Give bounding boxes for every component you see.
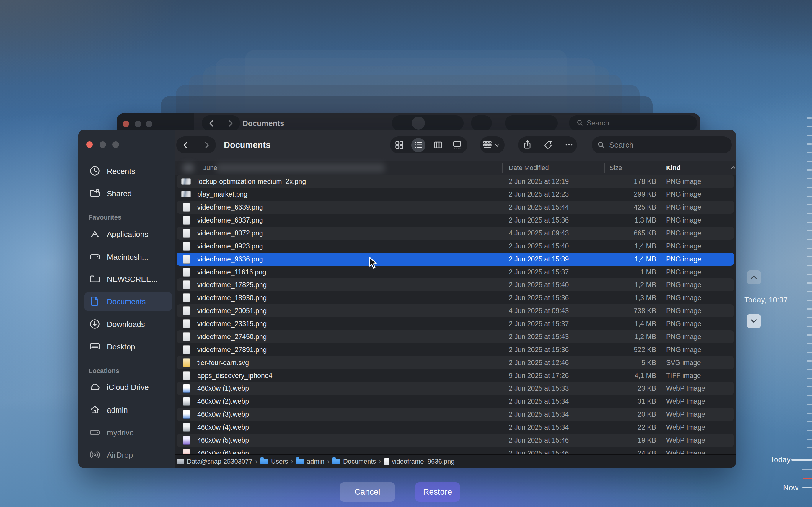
sidebar-item-mydrive[interactable]: mydrive bbox=[78, 423, 175, 442]
timeline-tick[interactable] bbox=[807, 117, 812, 119]
sidebar-item-documents[interactable]: Documents bbox=[78, 292, 175, 311]
file-row[interactable]: videoframe_8072.png4 Jun 2025 at 09:4366… bbox=[176, 227, 734, 240]
sidebar-item-newscree-[interactable]: NEWSCREE... bbox=[78, 270, 175, 289]
tag-icon[interactable] bbox=[544, 140, 554, 150]
more-icon[interactable] bbox=[564, 140, 574, 150]
file-row[interactable]: lockup-optimization-medium_2x.png2 Jun 2… bbox=[176, 175, 734, 188]
sort-asc-icon[interactable] bbox=[730, 161, 736, 175]
timeline-tick[interactable] bbox=[807, 352, 812, 353]
forward-icon[interactable] bbox=[202, 140, 212, 150]
file-row[interactable]: videoframe_18930.png2 Jun 2025 at 15:361… bbox=[176, 291, 734, 304]
sidebar-item-macintosh-[interactable]: Macintosh... bbox=[78, 247, 175, 267]
column-kind[interactable]: Kind bbox=[666, 161, 681, 175]
sidebar-item-downloads[interactable]: Downloads bbox=[78, 315, 175, 334]
back-icon[interactable] bbox=[181, 140, 191, 150]
file-row[interactable]: videoframe_17825.png2 Jun 2025 at 15:401… bbox=[176, 278, 734, 291]
view-columns-icon[interactable] bbox=[433, 140, 443, 150]
sidebar-item-applications[interactable]: Applications bbox=[78, 225, 175, 244]
file-row[interactable]: 460x0w (4).webp2 Jun 2025 at 15:3422 KBW… bbox=[176, 421, 734, 434]
file-row[interactable]: videoframe_11616.png2 Jun 2025 at 15:371… bbox=[176, 266, 734, 279]
sidebar-item-admin[interactable]: admin bbox=[78, 400, 175, 419]
file-row[interactable]: play_market.png2 Jun 2025 at 12:23299 KB… bbox=[176, 188, 734, 201]
view-list-icon[interactable] bbox=[414, 140, 423, 150]
timeline-tick[interactable] bbox=[807, 204, 812, 206]
file-row[interactable]: videoframe_27891.png2 Jun 2025 at 15:365… bbox=[176, 343, 734, 356]
view-grid-icon[interactable] bbox=[394, 140, 404, 150]
view-gallery-icon[interactable] bbox=[452, 140, 462, 150]
timeline-tick[interactable] bbox=[807, 360, 812, 361]
timeline-tick[interactable] bbox=[807, 439, 812, 440]
path-segment[interactable]: Documents bbox=[332, 458, 376, 465]
back-close-button[interactable] bbox=[122, 121, 129, 127]
timeline-tick[interactable] bbox=[807, 299, 812, 301]
group-by-icon[interactable] bbox=[482, 140, 492, 150]
timeline-tick[interactable] bbox=[807, 334, 812, 336]
timeline-tick[interactable] bbox=[807, 447, 812, 448]
cancel-button[interactable]: Cancel bbox=[339, 482, 395, 502]
tick[interactable] bbox=[802, 469, 812, 470]
timeline-tick[interactable] bbox=[807, 274, 812, 275]
back-back-icon[interactable] bbox=[207, 118, 217, 128]
file-row[interactable]: 460x0w (5).webp2 Jun 2025 at 15:4619 KBW… bbox=[176, 434, 734, 447]
timeline-tick[interactable] bbox=[807, 291, 812, 292]
file-row[interactable]: videoframe_23315.png2 Jun 2025 at 15:371… bbox=[176, 317, 734, 330]
column-date-modified[interactable]: Date Modified bbox=[509, 161, 549, 175]
timeline-tick[interactable] bbox=[807, 421, 812, 422]
sidebar-item-icloud-drive[interactable]: iCloud Drive bbox=[78, 378, 175, 397]
file-row[interactable]: videoframe_20051.png4 Jun 2025 at 09:437… bbox=[176, 304, 734, 317]
file-row[interactable]: videoframe_6639.png2 Jun 2025 at 15:4442… bbox=[176, 201, 734, 214]
share-icon[interactable] bbox=[522, 139, 532, 150]
sidebar-item-shared[interactable]: Shared bbox=[78, 184, 175, 203]
timeline-tick[interactable] bbox=[807, 369, 812, 371]
file-row[interactable]: tier-four-earn.svg2 Jun 2025 at 12:465 K… bbox=[176, 356, 734, 369]
today-tick[interactable] bbox=[791, 459, 812, 461]
timeline-tick[interactable] bbox=[807, 247, 812, 249]
timeline-down-button[interactable] bbox=[747, 314, 761, 328]
timeline-tick[interactable] bbox=[807, 196, 812, 197]
sidebar-item-airdrop[interactable]: AirDrop bbox=[78, 446, 175, 464]
back-forward-icon[interactable] bbox=[225, 118, 235, 128]
file-row[interactable]: videoframe_6837.png2 Jun 2025 at 15:361,… bbox=[176, 214, 734, 227]
restore-button[interactable]: Restore bbox=[415, 482, 460, 502]
timeline-tick[interactable] bbox=[807, 169, 812, 171]
timeline-tick[interactable] bbox=[807, 412, 812, 414]
file-row[interactable]: videoframe_8923.png2 Jun 2025 at 15:401,… bbox=[176, 240, 734, 252]
close-button[interactable] bbox=[86, 142, 93, 148]
timeline-up-button[interactable] bbox=[747, 270, 761, 284]
timeline-tick[interactable] bbox=[807, 378, 812, 379]
timeline-tick[interactable] bbox=[807, 395, 812, 396]
now-tick[interactable] bbox=[802, 487, 812, 489]
file-row[interactable]: 460x0w (3).webp2 Jun 2025 at 15:3420 KBW… bbox=[176, 408, 734, 421]
timeline-tick[interactable] bbox=[807, 282, 812, 284]
path-segment[interactable]: Users bbox=[260, 458, 288, 465]
file-row-selected[interactable]: videoframe_9636.png2 Jun 2025 at 15:391,… bbox=[176, 252, 734, 266]
timeline-tick[interactable] bbox=[807, 317, 812, 318]
sidebar-item-recents[interactable]: Recents bbox=[78, 162, 175, 181]
timeline-tick[interactable] bbox=[807, 152, 812, 154]
timeline-tick[interactable] bbox=[807, 178, 812, 179]
timeline-tick[interactable] bbox=[807, 161, 812, 162]
timeline-tick[interactable] bbox=[807, 230, 812, 231]
timeline-tick[interactable] bbox=[807, 187, 812, 188]
timeline-tick[interactable] bbox=[807, 222, 812, 223]
path-segment[interactable]: Data@snap-25303077 bbox=[177, 458, 253, 465]
file-row[interactable]: 460x0w (2).webp2 Jun 2025 at 15:3431 KBW… bbox=[176, 395, 734, 408]
timeline-tick[interactable] bbox=[807, 430, 812, 431]
column-size[interactable]: Size bbox=[609, 161, 622, 175]
path-segment[interactable]: videoframe_9636.png bbox=[384, 458, 455, 465]
timeline-tick[interactable] bbox=[807, 126, 812, 127]
file-row[interactable]: 460x0w (6).webp2 Jun 2025 at 15:4624 KBW… bbox=[176, 447, 734, 454]
path-segment[interactable]: admin bbox=[296, 458, 325, 465]
file-row[interactable]: videoframe_27450.png2 Jun 2025 at 15:431… bbox=[176, 330, 734, 343]
timeline-tick[interactable] bbox=[807, 404, 812, 405]
timeline-tick[interactable] bbox=[807, 308, 812, 309]
timeline-tick[interactable] bbox=[807, 343, 812, 344]
timeline-tick[interactable] bbox=[807, 265, 812, 266]
file-row[interactable]: 460x0w (1).webp2 Jun 2025 at 15:3323 KBW… bbox=[176, 382, 734, 395]
timeline-tick[interactable] bbox=[807, 135, 812, 136]
timeline-tick[interactable] bbox=[807, 239, 812, 240]
timeline-tick[interactable] bbox=[807, 256, 812, 257]
sidebar-item-desktop[interactable]: Desktop bbox=[78, 337, 175, 356]
file-row[interactable]: apps_discovery_iphone49 Jun 2025 at 17:2… bbox=[176, 369, 734, 382]
timeline-tick[interactable] bbox=[807, 213, 812, 214]
